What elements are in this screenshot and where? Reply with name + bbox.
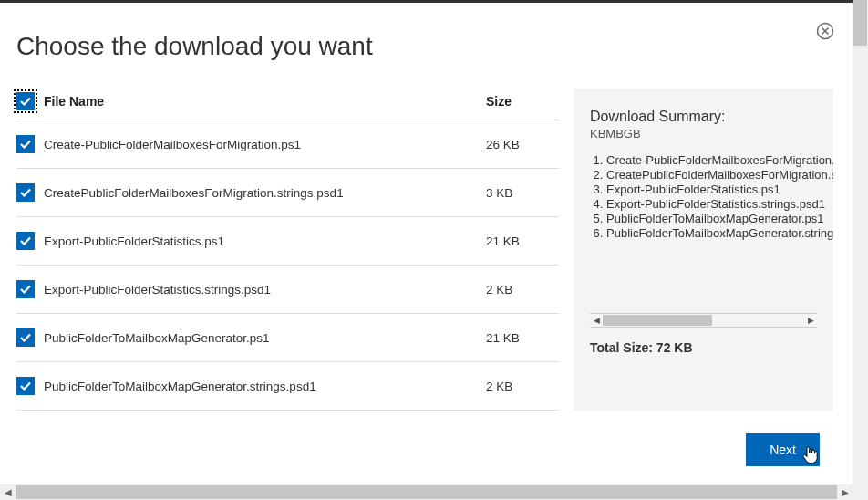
column-header-name: File Name <box>44 94 486 109</box>
table-header: File Name Size <box>16 89 559 120</box>
file-size: 2 KB <box>486 283 559 297</box>
top-divider <box>0 0 852 3</box>
checkmark-icon <box>19 380 32 392</box>
table-row: CreatePublicFolderMailboxesForMigration.… <box>16 169 559 217</box>
summary-item: CreatePublicFolderMailboxesForMigration.… <box>606 168 817 182</box>
summary-subtitle: KBMBGB <box>590 127 817 141</box>
summary-item: Export-PublicFolderStatistics.ps1 <box>606 182 817 196</box>
file-name: PublicFolderToMailboxMapGenerator.string… <box>44 380 486 393</box>
summary-scroll-thumb[interactable] <box>603 315 712 326</box>
file-size: 21 KB <box>486 331 559 345</box>
file-checkbox[interactable] <box>16 232 35 250</box>
page-title: Choose the download you want <box>16 32 852 61</box>
summary-item: Create-PublicFolderMailboxesForMigration… <box>606 153 817 167</box>
table-row: PublicFolderToMailboxMapGenerator.string… <box>16 362 559 411</box>
summary-list: Create-PublicFolderMailboxesForMigration… <box>590 153 817 240</box>
table-row: Export-PublicFolderStatistics.strings.ps… <box>16 266 559 314</box>
scroll-right-arrow-icon[interactable]: ▶ <box>837 484 852 500</box>
next-button[interactable]: Next <box>746 433 820 466</box>
summary-item: PublicFolderToMailboxMapGenerator.ps1 <box>606 212 817 225</box>
checkmark-icon <box>19 283 32 296</box>
checkmark-icon <box>19 331 32 344</box>
summary-item: PublicFolderToMailboxMapGenerator.string… <box>606 226 817 240</box>
file-size: 2 KB <box>486 380 559 393</box>
file-checkbox[interactable] <box>16 377 35 395</box>
file-size: 21 KB <box>486 234 559 248</box>
summary-title: Download Summary: <box>590 109 817 125</box>
checkmark-icon <box>19 138 32 151</box>
scroll-right-arrow-icon[interactable]: ▶ <box>804 316 817 325</box>
scroll-left-arrow-icon[interactable]: ◀ <box>590 316 603 325</box>
summary-scroll-track[interactable] <box>603 315 804 326</box>
page-horizontal-scrollbar-track[interactable] <box>16 484 837 500</box>
column-header-size: Size <box>486 94 559 109</box>
page-horizontal-scrollbar-thumb[interactable] <box>16 485 837 499</box>
checkmark-icon <box>19 95 32 108</box>
file-table: File Name Size Create-PublicFolderMailbo… <box>16 89 559 411</box>
file-name: Export-PublicFolderStatistics.ps1 <box>44 234 486 248</box>
table-row: PublicFolderToMailboxMapGenerator.ps121 … <box>16 314 559 362</box>
scroll-corner <box>852 484 868 500</box>
file-name: Export-PublicFolderStatistics.strings.ps… <box>44 283 486 297</box>
file-checkbox[interactable] <box>16 183 35 202</box>
checkmark-icon <box>19 186 32 199</box>
total-size: Total Size: 72 KB <box>590 340 817 355</box>
page-horizontal-scrollbar[interactable]: ◀ ▶ <box>0 484 852 500</box>
checkmark-icon <box>19 234 32 247</box>
select-all-checkbox[interactable] <box>16 92 35 110</box>
table-row: Export-PublicFolderStatistics.ps121 KB <box>16 217 559 266</box>
file-size: 26 KB <box>486 138 559 151</box>
scroll-left-arrow-icon[interactable]: ◀ <box>0 484 16 500</box>
page-vertical-scrollbar[interactable] <box>852 0 868 484</box>
file-checkbox[interactable] <box>16 135 35 153</box>
summary-item: Export-PublicFolderStatistics.strings.ps… <box>606 197 817 211</box>
file-name: Create-PublicFolderMailboxesForMigration… <box>44 138 486 151</box>
close-button[interactable] <box>816 22 834 40</box>
close-icon <box>816 22 834 40</box>
file-name: PublicFolderToMailboxMapGenerator.ps1 <box>44 331 486 345</box>
page-vertical-scrollbar-thumb[interactable] <box>853 0 867 46</box>
file-name: CreatePublicFolderMailboxesForMigration.… <box>44 186 486 200</box>
download-summary-panel: Download Summary: KBMBGB Create-PublicFo… <box>574 89 833 411</box>
file-checkbox[interactable] <box>16 280 35 298</box>
file-size: 3 KB <box>486 186 559 200</box>
table-row: Create-PublicFolderMailboxesForMigration… <box>16 120 559 169</box>
summary-horizontal-scrollbar[interactable]: ◀ ▶ <box>590 313 817 328</box>
file-checkbox[interactable] <box>16 328 35 347</box>
